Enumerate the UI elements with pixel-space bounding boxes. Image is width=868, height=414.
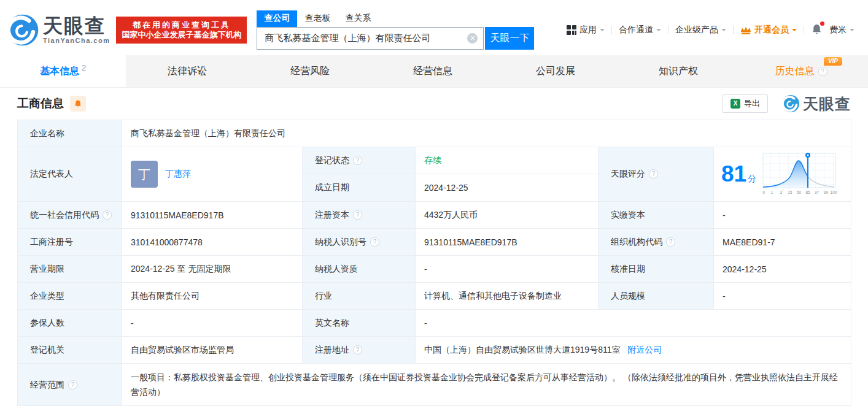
help-icon[interactable]: [818, 67, 827, 76]
label-text: 人员规模: [611, 291, 645, 301]
menu-apps[interactable]: 应用: [567, 25, 605, 36]
search-button[interactable]: 天眼一下: [485, 27, 534, 50]
field-label: 参保人数: [18, 310, 122, 337]
tab-basic-info-label: 基本信息: [40, 65, 79, 78]
svg-text:0: 0: [762, 190, 765, 194]
chevron-down-icon: [656, 29, 661, 34]
tab-intellectual-property[interactable]: 知识产权: [617, 55, 740, 87]
search-input[interactable]: [257, 27, 484, 50]
field-label: 企业名称: [18, 120, 122, 147]
field-label: 登记机关: [18, 337, 122, 364]
avatar[interactable]: 丁: [131, 161, 158, 188]
label-text: 英文名称: [315, 318, 349, 328]
label-text: 经营范围: [30, 380, 64, 389]
field-label: 纳税人资质: [303, 256, 416, 283]
english-name-value: -: [416, 310, 851, 337]
logo-domain: TianYanCha.com: [43, 37, 110, 44]
search-tab-company[interactable]: 查公司: [257, 10, 297, 27]
crown-icon: [740, 26, 751, 35]
divider: [668, 26, 668, 34]
help-icon[interactable]: [353, 345, 362, 355]
search-tabs: 查公司 查老板 查关系: [257, 10, 534, 27]
score-distribution-chart: 0 1 3 15 50 85 97 99 100: [761, 150, 842, 199]
menu-open-vip[interactable]: 开通会员: [740, 25, 797, 36]
field-label: 登记状态: [303, 147, 416, 174]
menu-partner-channel[interactable]: 合作通道: [619, 25, 661, 36]
table-row: 登记机关 自由贸易试验区市场监管局 注册地址 中国（上海）自由贸易试验区世博大道…: [18, 337, 851, 364]
field-label: 企业类型: [18, 283, 122, 310]
label-text: 企业类型: [30, 291, 64, 301]
tab-basic-info[interactable]: 基本信息 2: [0, 55, 126, 87]
tianyancha-logo[interactable]: 天眼查 TianYanCha.com: [6, 13, 110, 47]
field-label: 英文名称: [303, 310, 416, 337]
company-type-value: 其他有限责任公司: [122, 283, 303, 310]
field-label: 天眼评分: [599, 147, 714, 202]
search-tab-boss[interactable]: 查老板: [297, 10, 338, 27]
menu-enterprise-products[interactable]: 企业级产品: [675, 25, 726, 36]
search-tab-relation[interactable]: 查关系: [338, 10, 378, 27]
menu-enterprise-label: 企业级产品: [675, 25, 718, 36]
business-scope-value: 一般项目：私募股权投资基金管理、创业投资基金管理服务（须在中国证券投资基金业协会…: [122, 364, 851, 406]
tab-label: 法律诉讼: [168, 65, 207, 78]
export-button[interactable]: 导出: [723, 94, 768, 113]
notification-bell[interactable]: [811, 23, 823, 37]
help-icon[interactable]: [353, 156, 362, 165]
tab-operation-risk[interactable]: 经营风险: [249, 55, 371, 87]
tab-history-info[interactable]: VIP 历史信息: [740, 55, 862, 87]
label-text: 天眼评分: [611, 169, 645, 178]
help-icon[interactable]: [666, 237, 675, 247]
excel-icon: [730, 99, 740, 109]
chevron-down-icon: [721, 29, 726, 34]
reg-status-value: 存续: [416, 147, 599, 174]
field-label: 法定代表人: [18, 147, 122, 202]
table-row: 企业类型 其他有限责任公司 行业 计算机、通信和其他电子设备制造业 人员规模 -: [18, 283, 851, 310]
detail-nav: 基本信息 2 法律诉讼 经营风险 经营信息 公司发展 知识产权 VIP 历史信息: [0, 55, 868, 88]
chevron-down-icon: [600, 29, 605, 34]
table-row: 参保人数 - 英文名称 -: [18, 310, 851, 337]
help-icon[interactable]: [370, 237, 379, 247]
svg-text:97: 97: [815, 190, 820, 194]
tab-company-development[interactable]: 公司发展: [494, 55, 617, 87]
export-label: 导出: [744, 98, 760, 109]
establish-date-value: 2024-12-25: [416, 174, 599, 202]
company-name-value: 商飞私募基金管理（上海）有限责任公司: [122, 120, 851, 147]
score-unit: 分: [748, 174, 756, 183]
tab-basic-info-count: 2: [82, 63, 86, 72]
business-term-value: 2024-12-25 至 无固定期限: [122, 256, 303, 283]
tab-business-info[interactable]: 经营信息: [371, 55, 494, 87]
table-row: 法定代表人 丁 丁惠萍 登记状态 存续 天眼评分 81分: [18, 147, 851, 174]
nearby-companies-link[interactable]: 附近公司: [627, 345, 662, 355]
help-icon[interactable]: [68, 380, 77, 389]
tab-label: 公司发展: [536, 65, 575, 78]
table-row: 工商注册号 310141000877478 纳税人识别号 91310115MAE…: [18, 229, 851, 256]
monitor-bell-button[interactable]: [70, 96, 86, 112]
taxpayer-quality-value: -: [416, 256, 599, 283]
watermark-text: 天眼查: [803, 94, 851, 114]
menu-partner-label: 合作通道: [619, 25, 653, 36]
field-label: 实缴资本: [599, 202, 714, 229]
staff-size-value: -: [714, 283, 851, 310]
credit-code-value: 91310115MAE8ED917B: [122, 202, 303, 229]
tab-label: 历史信息: [775, 65, 815, 78]
tab-legal-litigation[interactable]: 法律诉讼: [126, 55, 249, 87]
label-text: 营业期限: [30, 264, 64, 274]
help-icon[interactable]: [649, 169, 658, 178]
field-label: 统一社会信用代码: [18, 202, 122, 229]
menu-user[interactable]: 费米: [829, 25, 854, 36]
taxpayer-id-value: 91310115MAE8ED917B: [416, 229, 599, 256]
status-badge: 存续: [424, 155, 441, 165]
legal-rep-cell: 丁 丁惠萍: [122, 147, 303, 202]
field-label: 人员规模: [599, 283, 714, 310]
label-text: 注册地址: [315, 345, 349, 355]
section-header: 工商信息 导出 天眼查: [0, 88, 868, 120]
label-text: 核准日期: [611, 264, 645, 274]
notification-dot: [820, 21, 824, 26]
label-text: 纳税人识别号: [315, 237, 366, 247]
help-icon[interactable]: [353, 210, 362, 220]
legal-rep-link[interactable]: 丁惠萍: [165, 169, 191, 180]
logo-text: 天眼查: [43, 16, 110, 36]
label-text: 成立日期: [315, 182, 349, 192]
header-menu: 应用 合作通道 企业级产品 开通会员: [567, 23, 854, 37]
tianyancha-logo-icon: [6, 13, 39, 47]
help-icon[interactable]: [103, 210, 112, 220]
